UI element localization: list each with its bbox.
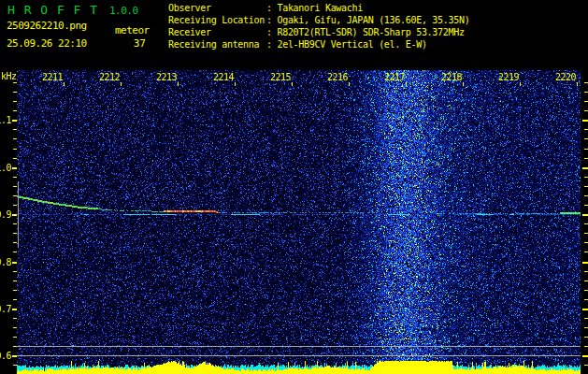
freq-minor-tick-right (584, 129, 588, 130)
freq-major-tick-left (12, 309, 17, 310)
station-info-block: Observer: Takanori KawachiReceiving Loca… (168, 2, 469, 50)
freq-minor-tick-left (13, 233, 17, 234)
freq-label-0.7: 0.7 (0, 305, 11, 314)
freq-minor-tick-left (13, 327, 17, 328)
freq-minor-tick-left (13, 365, 17, 366)
freq-minor-tick-right (584, 110, 588, 111)
freq-minor-tick-left (13, 318, 17, 319)
freq-label-0.6: 0.6 (0, 352, 11, 361)
freq-minor-tick-right (584, 177, 588, 178)
freq-major-tick-right (582, 120, 588, 122)
freq-minor-tick-right (584, 195, 588, 196)
freq-minor-tick-left (13, 92, 17, 93)
freq-minor-tick-right (584, 290, 588, 291)
freq-label-1.0: 1.0 (0, 164, 11, 173)
freq-minor-tick-left (13, 149, 17, 150)
time-label-2211: 2211 (42, 73, 63, 82)
time-tick (292, 82, 293, 86)
freq-minor-tick-right (584, 101, 588, 102)
freq-minor-tick-left (13, 271, 17, 272)
info-value: : R820T2(RTL-SDR) SDR-Sharp 53.372MHz (266, 27, 465, 37)
freq-minor-tick-left (13, 299, 17, 300)
freq-minor-tick-right (584, 252, 588, 252)
time-tick (406, 82, 407, 86)
freq-minor-tick-right (584, 337, 588, 338)
app-title: H R O F F T (7, 3, 98, 17)
time-label-2213: 2213 (156, 73, 177, 82)
freq-minor-tick-left (13, 290, 17, 291)
freq-minor-tick-left (13, 346, 17, 347)
info-value: : Ogaki, Gifu, JAPAN (136.60E, 35.35N) (266, 15, 469, 25)
freq-minor-tick-right (584, 346, 588, 347)
time-label-2220: 2220 (555, 73, 576, 82)
spectrogram-canvas (17, 70, 581, 374)
station-info-row: Receiving antenna: 2el-HB9CV Vertical (e… (168, 38, 469, 50)
freq-minor-tick-left (13, 101, 17, 102)
freq-minor-tick-right (584, 327, 588, 328)
time-label-2212: 2212 (99, 73, 120, 82)
freq-major-tick-right (582, 355, 588, 357)
info-value: : 2el-HB9CV Vertical (el. E-W) (266, 39, 427, 50)
info-label: Receiving antenna (168, 38, 266, 50)
freq-major-tick-left (12, 355, 17, 357)
capture-datetime: 25.09.26 22:10 (7, 37, 87, 50)
freq-minor-tick-left (13, 110, 17, 111)
freq-minor-tick-left (13, 337, 17, 338)
freq-minor-tick-right (584, 149, 588, 150)
freq-minor-tick-left (13, 252, 17, 252)
time-label-2215: 2215 (270, 73, 291, 82)
freq-major-tick-right (582, 167, 588, 169)
freq-unit-label: kHz (1, 71, 17, 81)
freq-minor-tick-left (13, 158, 17, 159)
time-label-2219: 2219 (498, 73, 519, 82)
time-tick (64, 82, 65, 86)
freq-minor-tick-left (13, 205, 17, 206)
freq-minor-tick-right (584, 365, 588, 366)
time-tick (235, 82, 236, 86)
freq-minor-tick-right (584, 233, 588, 234)
freq-minor-tick-right (584, 299, 588, 300)
info-label: Observer (168, 2, 266, 14)
freq-label-0.8: 0.8 (0, 258, 11, 267)
time-tick (349, 82, 350, 86)
freq-label-1.1: 1.1 (0, 116, 11, 125)
freq-minor-tick-right (584, 242, 588, 243)
freq-minor-tick-left (13, 223, 17, 224)
time-label-2216: 2216 (327, 73, 348, 82)
freq-minor-tick-left (13, 129, 17, 130)
time-tick (577, 82, 578, 86)
freq-major-tick-left (12, 120, 17, 122)
app-window: H R O F F T 1.0.0 2509262210.png meteor … (0, 0, 588, 374)
info-label: Receiving Location (168, 14, 266, 26)
freq-major-tick-right (582, 262, 588, 264)
freq-minor-tick-right (584, 186, 588, 187)
station-info-row: Observer: Takanori Kawachi (168, 2, 469, 14)
freq-minor-tick-right (584, 318, 588, 319)
freq-minor-tick-right (584, 223, 588, 224)
freq-minor-tick-right (584, 138, 588, 139)
info-value: : Takanori Kawachi (266, 3, 363, 13)
freq-minor-tick-left (13, 195, 17, 196)
time-tick (178, 82, 179, 86)
time-label-2217: 2217 (384, 73, 405, 82)
freq-minor-tick-left (13, 138, 17, 139)
freq-minor-tick-left (13, 280, 17, 281)
freq-major-tick-left (12, 262, 17, 264)
time-label-2214: 2214 (213, 73, 234, 82)
mode-label: meteor (115, 24, 150, 36)
freq-minor-tick-right (584, 82, 588, 83)
freq-minor-tick-right (584, 280, 588, 281)
freq-major-tick-left (12, 214, 17, 216)
freq-minor-tick-left (13, 177, 17, 178)
freq-minor-tick-right (584, 92, 588, 93)
freq-minor-tick-left (13, 186, 17, 187)
freq-label-0.9: 0.9 (0, 210, 11, 220)
echo-count-value: 37 (127, 37, 146, 50)
freq-major-tick-right (582, 214, 588, 216)
time-tick (520, 82, 521, 86)
freq-major-tick-right (582, 309, 588, 310)
freq-minor-tick-left (13, 82, 17, 83)
freq-minor-tick-right (584, 158, 588, 159)
info-label: Receiver (168, 26, 266, 38)
time-label-2218: 2218 (441, 73, 462, 82)
